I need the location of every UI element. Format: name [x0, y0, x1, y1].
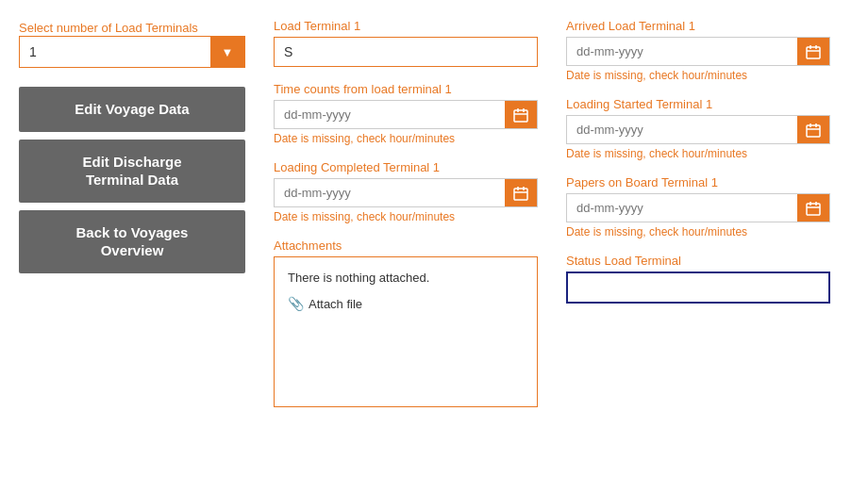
- time-counts-date-input[interactable]: [275, 101, 505, 128]
- select-terminals-group: Select number of Load Terminals 1 2 3 4: [19, 19, 245, 68]
- papers-date-wrapper: [566, 193, 830, 222]
- edit-voyage-data-button[interactable]: Edit Voyage Data: [19, 87, 245, 132]
- papers-group: Papers on Board Terminal 1 Date is missi…: [566, 175, 830, 238]
- load-terminal-group: Load Terminal 1: [274, 19, 538, 67]
- right-column: Arrived Load Terminal 1 Date is missing,…: [566, 19, 830, 319]
- edit-discharge-terminal-button[interactable]: Edit DischargeTerminal Data: [19, 140, 245, 203]
- load-terminal-input[interactable]: [274, 37, 538, 67]
- attachments-label: Attachments: [274, 238, 538, 253]
- time-counts-date-wrapper: [274, 100, 538, 129]
- arrived-label: Arrived Load Terminal 1: [566, 19, 830, 33]
- left-column: Select number of Load Terminals 1 2 3 4 …: [19, 19, 245, 281]
- papers-date-input[interactable]: [567, 194, 797, 222]
- loading-started-calendar-icon[interactable]: [797, 116, 829, 143]
- svg-rect-8: [807, 47, 820, 58]
- back-to-voyages-label: Back to VoyagesOverview: [76, 224, 189, 259]
- time-counts-group: Time counts from load terminal 1 Date is…: [274, 82, 538, 145]
- middle-column: Load Terminal 1 Time counts from load te…: [274, 19, 538, 422]
- status-load-terminal-input[interactable]: [566, 271, 830, 304]
- arrived-date-input[interactable]: [567, 38, 797, 65]
- loading-completed-label: Loading Completed Terminal 1: [274, 160, 538, 174]
- arrived-group: Arrived Load Terminal 1 Date is missing,…: [566, 19, 830, 82]
- select-terminals-wrapper[interactable]: 1 2 3 4: [19, 36, 245, 68]
- status-group: Status Load Terminal: [566, 254, 830, 304]
- edit-discharge-label: Edit DischargeTerminal Data: [82, 154, 181, 189]
- arrived-error: Date is missing, check hour/minutes: [566, 69, 830, 82]
- svg-rect-4: [514, 189, 527, 200]
- time-counts-calendar-icon[interactable]: [505, 101, 537, 128]
- papers-calendar-icon[interactable]: [797, 194, 829, 222]
- svg-rect-16: [807, 204, 820, 215]
- select-terminals-input[interactable]: 1 2 3 4: [20, 37, 244, 67]
- attachments-box: There is nothing attached. 📎 Attach file: [274, 256, 538, 407]
- time-counts-error: Date is missing, check hour/minutes: [274, 132, 538, 145]
- loading-completed-date-wrapper: [274, 178, 538, 207]
- loading-completed-calendar-icon[interactable]: [505, 179, 537, 206]
- attachments-group: Attachments There is nothing attached. 📎…: [274, 238, 538, 407]
- back-to-voyages-button[interactable]: Back to VoyagesOverview: [19, 210, 245, 273]
- time-counts-label: Time counts from load terminal 1: [274, 82, 538, 96]
- attachments-nothing-text: There is nothing attached.: [288, 271, 524, 285]
- status-label: Status Load Terminal: [566, 254, 830, 268]
- svg-rect-12: [807, 125, 820, 137]
- papers-error: Date is missing, check hour/minutes: [566, 225, 830, 238]
- loading-completed-group: Loading Completed Terminal 1 Date is mis…: [274, 160, 538, 223]
- paperclip-icon: 📎: [288, 296, 304, 311]
- loading-completed-error: Date is missing, check hour/minutes: [274, 210, 538, 223]
- select-terminals-label: Select number of Load Terminals: [19, 21, 198, 35]
- loading-started-label: Loading Started Terminal 1: [566, 97, 830, 111]
- loading-started-date-wrapper: [566, 115, 830, 144]
- loading-started-group: Loading Started Terminal 1 Date is missi…: [566, 97, 830, 160]
- loading-started-date-input[interactable]: [567, 116, 797, 143]
- svg-rect-0: [514, 110, 527, 122]
- papers-label: Papers on Board Terminal 1: [566, 175, 830, 189]
- attach-file-button[interactable]: 📎 Attach file: [288, 296, 524, 311]
- arrived-date-wrapper: [566, 37, 830, 66]
- arrived-calendar-icon[interactable]: [797, 38, 829, 65]
- loading-completed-date-input[interactable]: [275, 179, 505, 206]
- loading-started-error: Date is missing, check hour/minutes: [566, 147, 830, 160]
- attach-file-label: Attach file: [309, 297, 362, 311]
- load-terminal-label: Load Terminal 1: [274, 19, 538, 33]
